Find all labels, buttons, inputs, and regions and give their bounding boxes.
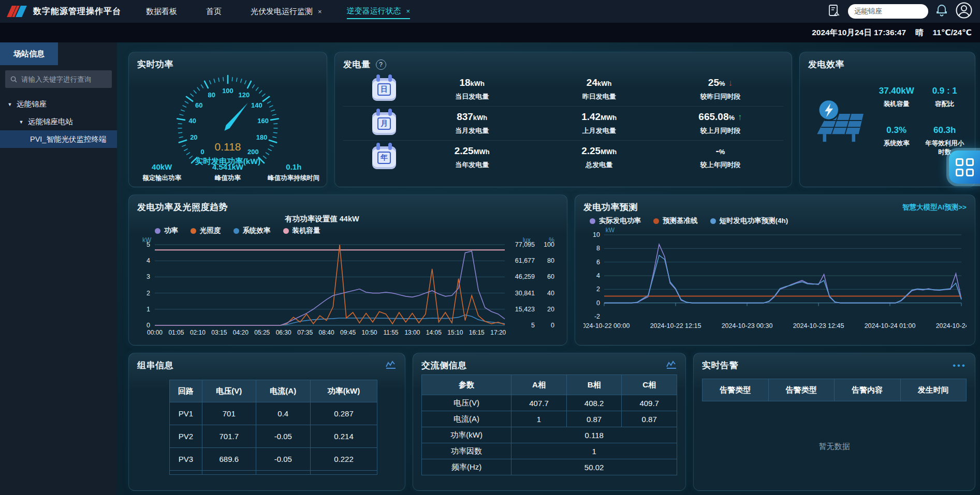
table-row: PV17010.40.287 xyxy=(170,402,377,425)
panel-title: 实时功率 xyxy=(137,58,173,70)
stat-value: 0.1h xyxy=(261,162,327,171)
panel-power-forecast: 发电功率预测 智慧大模型AI预测>> 实际发电功率预测基准线短时发电功率预测(4… xyxy=(575,194,975,346)
legend-item[interactable]: 系统效率 xyxy=(233,226,271,235)
svg-text:04:20: 04:20 xyxy=(233,329,248,336)
bell-icon[interactable] xyxy=(935,4,948,19)
metric-number: 18 xyxy=(459,77,470,88)
svg-text:1: 1 xyxy=(147,306,150,313)
legend-item[interactable]: 装机容量 xyxy=(283,226,320,235)
metric-number: 2.25 xyxy=(455,145,474,156)
table-cell: 功率因数 xyxy=(422,443,511,459)
metric-label: 较上年同时段 xyxy=(663,160,778,170)
help-icon[interactable]: ? xyxy=(376,59,386,70)
avatar-icon[interactable] xyxy=(955,2,973,21)
table-cell: 功率(kW) xyxy=(422,427,511,443)
metric-label: 当年发电量 xyxy=(408,160,535,170)
svg-text:07:35: 07:35 xyxy=(297,329,313,336)
expand-arrow-icon[interactable]: ▼ xyxy=(19,119,23,124)
report-icon[interactable] xyxy=(827,4,841,19)
generation-metric: 25%↓较昨日同时段 xyxy=(663,77,778,101)
app-launcher-button[interactable] xyxy=(949,151,980,184)
app-title: 数字能源管理操作平台 xyxy=(33,6,121,17)
table-header-cell: B相 xyxy=(566,375,622,395)
table-cell: 0.87 xyxy=(622,411,677,427)
table-cell: 0.118 xyxy=(511,427,677,443)
tab-1[interactable]: 光伏发电运行监测× xyxy=(251,5,322,19)
legend-item[interactable]: 预测基准线 xyxy=(653,216,698,226)
metric-value: -% xyxy=(663,145,778,157)
legend-item[interactable]: 功率 xyxy=(155,226,178,235)
table-cell xyxy=(310,471,377,475)
table-cell: 409.7 xyxy=(622,395,677,411)
station-search[interactable] xyxy=(848,4,928,19)
tree-item[interactable]: ▼远能锦座 xyxy=(0,95,117,113)
table-row-partial xyxy=(170,471,377,475)
calendar-icon: 日 xyxy=(372,78,396,101)
gauge-tick-label: 0 xyxy=(201,148,204,156)
svg-text:60: 60 xyxy=(547,273,554,280)
grid-icon xyxy=(956,158,974,176)
station-search-input[interactable] xyxy=(854,8,922,16)
panel-title: 交流侧信息 xyxy=(421,359,467,371)
metric-number: 665.08 xyxy=(698,111,728,122)
gauge-tick-label: 140 xyxy=(251,101,262,109)
table-header-cell: 告警类型 xyxy=(703,379,769,401)
ai-forecast-link[interactable]: 智慧大模型AI预测>> xyxy=(902,203,967,212)
stat-label: 容配比 xyxy=(923,100,967,109)
legend-label: 短时发电功率预测(4h) xyxy=(720,216,788,226)
table-header-cell: A相 xyxy=(511,375,567,395)
more-options-icon[interactable]: ••• xyxy=(953,361,967,371)
table-header-cell: 告警类型 xyxy=(768,379,835,401)
svg-text:-2: -2 xyxy=(594,313,600,320)
svg-text:08:40: 08:40 xyxy=(319,329,334,336)
svg-text:02:10: 02:10 xyxy=(190,329,206,336)
metric-label: 当月发电量 xyxy=(408,126,535,136)
tab-close-icon[interactable]: × xyxy=(406,7,411,15)
svg-text:40: 40 xyxy=(547,290,554,297)
sidebar-search[interactable] xyxy=(5,70,112,88)
tab-close-icon[interactable]: × xyxy=(318,8,322,16)
temperature-text: 11℃/24℃ xyxy=(933,28,972,37)
table-cell: -0.05 xyxy=(256,425,310,448)
legend-item[interactable]: 光照度 xyxy=(191,226,221,235)
gauge-tick-label: 200 xyxy=(247,148,259,156)
calendar-icon: 月 xyxy=(372,112,396,135)
stat-label: 峰值功率 xyxy=(195,174,260,183)
station-sidebar: 场站信息 ▼远能锦座▼远能锦座电站PVI_智能光伏监控终端 xyxy=(0,42,117,495)
metric-unit: kWh xyxy=(473,114,487,122)
expand-arrow-icon[interactable]: ▼ xyxy=(7,101,12,107)
tab-station-info[interactable]: 场站信息 xyxy=(0,42,58,65)
nav-data-board[interactable]: 数据看板 xyxy=(146,7,177,17)
legend-item[interactable]: 实际发电功率 xyxy=(590,216,641,226)
stat-value: 40kW xyxy=(129,162,195,171)
table-cell: 408.2 xyxy=(566,395,622,411)
sidebar-search-input[interactable] xyxy=(21,76,107,83)
efficiency-stat: 0.9 : 1容配比 xyxy=(923,86,967,109)
stat-label: 峰值功率持续时间 xyxy=(261,174,327,183)
line-chart-icon[interactable] xyxy=(666,359,677,371)
tree-item[interactable]: ▼远能锦座电站 xyxy=(0,113,117,130)
generation-metric: 2.25MWh总发电量 xyxy=(535,145,662,170)
legend-label: 系统效率 xyxy=(243,226,271,235)
legend-dot xyxy=(283,228,289,234)
table-cell xyxy=(170,471,202,475)
metric-label: 较昨日同时段 xyxy=(663,92,778,101)
svg-text:0: 0 xyxy=(551,322,554,329)
legend-item[interactable]: 短时发电功率预测(4h) xyxy=(710,216,788,226)
trend-up-icon: ↑ xyxy=(738,112,742,122)
svg-text:20: 20 xyxy=(547,306,554,313)
gauge-tick-label: 100 xyxy=(222,87,233,95)
nav-home[interactable]: 首页 xyxy=(206,7,222,17)
metric-value: 837kWh xyxy=(408,111,535,123)
table-header-cell: 参数 xyxy=(422,375,511,395)
tree-item[interactable]: PVI_智能光伏监控终端 xyxy=(0,130,117,148)
table-cell: PV3 xyxy=(170,448,202,471)
generation-row: 年2.25MWh当年发电量2.25MWh总发电量-%较上年同时段 xyxy=(343,140,783,174)
line-chart-icon[interactable] xyxy=(385,359,397,371)
tab-2[interactable]: 逆变器运行状态× xyxy=(347,4,411,19)
tab-label: 光伏发电运行监测 xyxy=(251,7,313,17)
legend-dot xyxy=(191,228,196,234)
gauge-value: 0.118 xyxy=(215,141,241,153)
gauge-tick-label: 60 xyxy=(195,101,202,109)
metric-label: 较上月同时段 xyxy=(663,126,778,136)
